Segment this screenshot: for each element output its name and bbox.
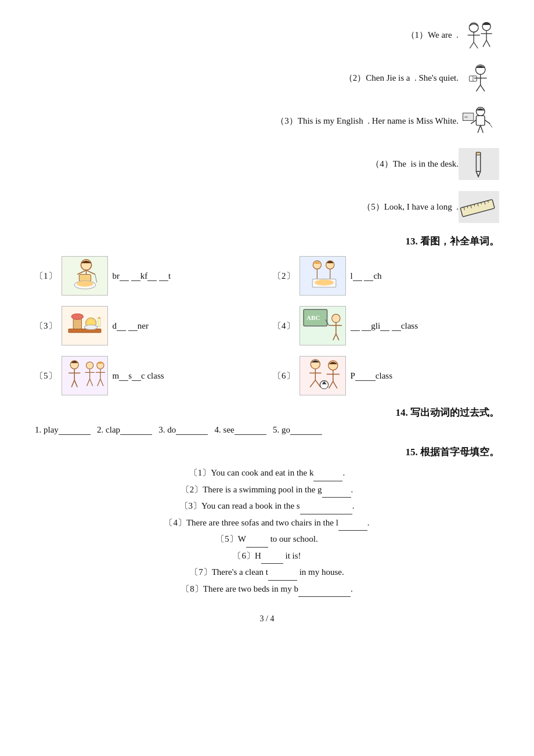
sentence-4-text: （4）The is in the desk. — [371, 159, 459, 170]
grid-6-num: 〔6〕 — [273, 370, 295, 381]
svg-rect-53 — [68, 329, 101, 333]
s15-3-blank — [300, 505, 352, 514]
svg-text:ABC: ABC — [464, 116, 468, 118]
sentence-1-image — [459, 19, 499, 51]
s15-2-blank — [322, 488, 351, 498]
sentence-2-image — [459, 62, 499, 94]
s14-1-num: 1. play — [35, 425, 59, 434]
s14-2-blank — [120, 426, 152, 435]
grid-2-num: 〔2〕 — [273, 271, 295, 282]
sentence-4-image — [459, 148, 499, 180]
svg-line-84 — [97, 379, 100, 386]
svg-point-60 — [98, 317, 100, 318]
svg-line-89 — [310, 380, 315, 387]
svg-line-95 — [333, 381, 337, 388]
worksheet-page: （1）We are . — [35, 17, 499, 624]
s15-5-blank — [246, 538, 268, 548]
sentence-row-3: （3）This is my English . Her name is Miss… — [35, 103, 499, 138]
section-14-content: 1. play 2. clap 3. do 4. see 5. go — [35, 425, 499, 435]
svg-line-14 — [481, 85, 485, 91]
grid-3-num: 〔3〕 — [35, 321, 57, 332]
s14-2-num: 2. clap — [97, 425, 120, 434]
svg-line-8 — [483, 40, 486, 46]
svg-point-58 — [84, 325, 97, 329]
grid-item-2: 〔2〕 l ch — [273, 256, 499, 296]
svg-line-44 — [86, 270, 95, 274]
svg-line-45 — [77, 270, 86, 274]
section-15: 15. 根据首字母填空。 〔1〕You can cook and eat in … — [35, 445, 499, 597]
grid-6-word: Pclass — [351, 371, 393, 381]
svg-line-85 — [100, 379, 103, 386]
section-13-grid: 〔1〕 br kf t — [35, 256, 499, 395]
s15-row-2: 〔2〕There is a swimming pool in the g. — [35, 481, 499, 498]
s15-row-3: 〔3〕You can read a book in the s. — [35, 498, 499, 514]
svg-line-94 — [329, 381, 333, 388]
section-14-header: 14. 写出动词的过去式。 — [35, 406, 499, 419]
svg-line-23 — [489, 124, 492, 127]
svg-line-90 — [315, 380, 320, 387]
grid-2-image — [300, 256, 346, 296]
svg-rect-59 — [98, 318, 100, 326]
grid-item-5: 〔5〕 — [35, 356, 261, 395]
svg-text:ABC: ABC — [306, 314, 320, 321]
grid-5-num: 〔5〕 — [35, 370, 57, 381]
grid-2-word: l ch — [351, 271, 382, 281]
svg-line-13 — [476, 85, 480, 91]
svg-rect-30 — [460, 199, 495, 217]
s15-row-7: 〔7〕There's a clean t in my house. — [35, 564, 499, 581]
svg-line-19 — [478, 125, 481, 132]
svg-line-4 — [474, 42, 478, 48]
s15-4-blank — [338, 521, 367, 531]
svg-line-9 — [486, 40, 490, 46]
s15-6-blank — [261, 555, 283, 564]
svg-point-43 — [77, 281, 93, 287]
svg-line-80 — [89, 379, 92, 386]
svg-rect-29 — [476, 152, 480, 155]
grid-item-6: 〔6〕 — [273, 356, 499, 395]
grid-3-word: d ner — [113, 321, 149, 331]
section-15-header: 15. 根据首字母填空。 — [35, 445, 499, 459]
sentence-1-text: （1）We are . — [406, 30, 459, 41]
svg-point-55 — [71, 314, 83, 319]
s15-row-1: 〔1〕You can cook and eat in the k. — [35, 465, 499, 481]
s14-5-num: 5. go — [273, 425, 290, 434]
grid-1-num: 〔1〕 — [35, 271, 57, 282]
grid-3-image — [62, 306, 108, 345]
svg-line-46 — [95, 274, 96, 282]
grid-6-image — [300, 356, 346, 395]
sentence-row-2: （2）Chen Jie is a . She's quiet. — [35, 60, 499, 95]
sentence-row-4: （4）The is in the desk. — [35, 146, 499, 181]
sentence-5-image — [459, 191, 499, 223]
s14-3-blank — [176, 426, 208, 435]
section-13-header: 13. 看图，补全单词。 — [35, 235, 499, 248]
svg-line-22 — [485, 120, 490, 123]
s15-7-blank — [268, 571, 297, 581]
svg-line-75 — [74, 380, 77, 387]
grid-4-num: 〔4〕 — [273, 321, 295, 332]
s15-1-blank — [313, 472, 342, 481]
section-12: （1）We are . — [35, 17, 499, 224]
grid-1-word: br kf t — [113, 271, 171, 281]
s14-4-blank — [234, 426, 266, 435]
grid-1-image — [62, 256, 108, 296]
svg-line-74 — [71, 380, 74, 387]
s15-row-4: 〔4〕There are three sofas and two chairs … — [35, 514, 499, 531]
grid-5-word: msc class — [113, 371, 164, 381]
page-number: 3 / 4 — [35, 614, 499, 624]
sentence-row-5: （5）Look, I have a long . — [35, 189, 499, 224]
s15-8-blank — [298, 588, 351, 597]
svg-line-79 — [86, 379, 89, 386]
s14-1-blank — [59, 426, 91, 435]
s14-4-num: 4. see — [215, 425, 234, 434]
svg-line-68 — [335, 334, 338, 340]
sentence-3-image: ABC — [459, 105, 499, 137]
svg-line-3 — [470, 42, 474, 48]
grid-item-4: 〔4〕 ABC gli class — [273, 306, 499, 345]
section-14: 14. 写出动词的过去式。 1. play 2. clap 3. do 4. s… — [35, 406, 499, 435]
grid-item-3: 〔3〕 d ner — [35, 306, 261, 345]
svg-point-76 — [86, 362, 93, 369]
svg-point-52 — [315, 280, 333, 286]
s14-5-blank — [290, 426, 322, 435]
s15-row-6: 〔6〕H it is! — [35, 548, 499, 564]
grid-4-image: ABC — [300, 306, 346, 345]
